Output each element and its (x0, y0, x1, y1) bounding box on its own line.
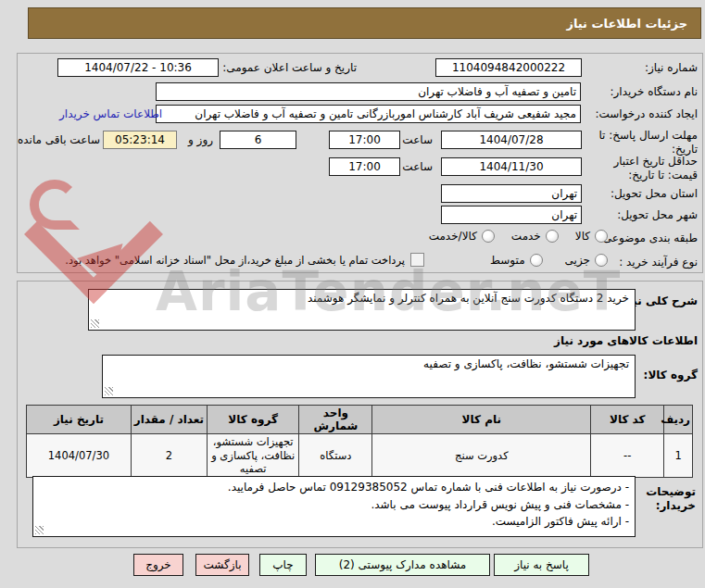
radio-label: کالا (575, 230, 590, 243)
request-creator-field[interactable]: مجید شفیعی شریف آباد کارشناس اموربازرگان… (156, 105, 581, 123)
countdown-timer-field: 05:23:14 (103, 131, 177, 149)
announce-datetime-label: تاریخ و ساعت اعلان عمومی: (222, 61, 357, 75)
goods-section-header: اطلاعات کالاهای مورد نیاز (554, 334, 698, 348)
delivery-city-field[interactable]: تهران (441, 206, 582, 224)
buyer-note-line: - درصورت نیاز به اطلاعات فنی با شماره تم… (39, 479, 629, 496)
radio-option-partial[interactable]: جزیی (565, 254, 608, 267)
buyer-note-line: - ارائه پیش فاکتور الزامیست. (39, 513, 629, 531)
need-description-textarea[interactable]: خرید 2 دستگاه کدورت سنج آنلاین به همراه … (88, 289, 636, 331)
page-title: جزئیات اطلاعات نیاز (28, 7, 701, 39)
treasury-note-label: پرداخت تمام یا بخشی از مبلغ خرید،از محل … (65, 254, 405, 267)
need-number-field[interactable]: 1104094842000222 (435, 58, 582, 77)
radio-icon[interactable] (546, 230, 559, 243)
deadline-hour-label: ساعت (402, 133, 433, 147)
cell-quantity: 2 (131, 434, 207, 478)
validity-date-field[interactable]: 1404/11/30 (441, 157, 582, 176)
buyer-notes-textarea[interactable]: - درصورت نیاز به اطلاعات فنی با شماره تم… (32, 476, 636, 537)
col-header-item-name: نام کالا (372, 406, 591, 434)
request-creator-label: ایجاد کننده درخواست: (595, 107, 698, 121)
resize-grip-icon[interactable] (105, 387, 113, 395)
reply-to-need-button[interactable]: پاسخ به نیاز (494, 554, 589, 576)
buyer-notes-label: توضیحات خریدار: (636, 485, 696, 513)
radio-option-medium[interactable]: متوسط (490, 254, 543, 267)
exit-button[interactable]: خروج (133, 554, 183, 576)
days-and-label: روز و (188, 133, 213, 147)
cell-group: تجهیزات شستشو، نظافت، پاکسازی و تصفیه (207, 434, 298, 478)
resize-grip-icon[interactable] (91, 319, 99, 328)
announce-datetime-field[interactable]: 1404/07/22 - 10:36 (57, 58, 219, 77)
buyer-contact-link[interactable]: اطلاعات تماس خریدار (59, 107, 162, 120)
col-header-item-code: کد کالا (591, 406, 664, 434)
resize-grip-icon[interactable] (35, 526, 44, 534)
goods-table-row: 1 -- کدورت سنج دستگاه تجهیزات شستشو، نظا… (27, 434, 693, 478)
subject-class-options: کالا خدمت کالا/خدمت (387, 230, 608, 243)
col-header-unit: واحد شمارش (299, 406, 372, 434)
radio-label: متوسط (490, 254, 525, 267)
back-button[interactable]: بازگشت (195, 554, 249, 576)
view-attached-docs-button[interactable]: مشاهده مدارک پیوستی (2) (315, 554, 490, 576)
radio-label: کالا/خدمت (429, 230, 477, 243)
cell-item-name: کدورت سنج (372, 434, 591, 478)
radio-icon[interactable] (482, 230, 495, 243)
cell-row-no: 1 (664, 434, 693, 478)
col-header-need-date: تاریخ نیاز (27, 406, 132, 434)
delivery-province-field[interactable]: تهران (441, 184, 582, 203)
delivery-city-label: شهر محل تحویل: (617, 208, 698, 222)
buyer-org-label: نام دستگاه خریدار: (611, 85, 699, 99)
response-deadline-label: مهلت ارسال پاسخ: تا تاریخ: (586, 129, 698, 156)
goods-group-value: تجهیزات شستشو، نظافت، پاکسازی و تصفیه (423, 357, 629, 370)
buyer-org-field[interactable]: تامین و تصفیه آب و فاضلاب تهران (156, 82, 581, 101)
radio-option-goods-service[interactable]: کالا/خدمت (429, 230, 495, 243)
goods-group-textarea[interactable]: تجهیزات شستشو، نظافت، پاکسازی و تصفیه (102, 355, 636, 398)
col-header-row-no: ردیف (664, 406, 693, 434)
process-type-options: جزیی متوسط (485, 254, 608, 267)
delivery-province-label: استان محل تحویل: (611, 187, 698, 201)
need-details-window: جزئیات اطلاعات نیاز شماره نیاز: 11040948… (0, 0, 705, 588)
buyer-note-line: - مشخصات فنی و پیش نویس قرارداد پیوست می… (39, 496, 629, 514)
radio-icon[interactable] (530, 254, 543, 267)
need-number-label: شماره نیاز: (645, 61, 698, 75)
goods-group-label: گروه کالا: (644, 369, 698, 382)
radio-label: جزیی (565, 254, 590, 267)
radio-label: خدمت (511, 230, 541, 243)
radio-icon[interactable] (595, 254, 608, 267)
print-button[interactable]: چاپ (259, 554, 307, 576)
need-description-value: خرید 2 دستگاه کدورت سنج آنلاین به همراه … (308, 292, 629, 305)
subject-class-label: طبقه بندی موضوعی: (599, 231, 698, 245)
treasury-payment-option: پرداخت تمام یا بخشی از مبلغ خرید،از محل … (65, 253, 424, 267)
radio-icon[interactable] (595, 230, 608, 243)
deadline-date-field[interactable]: 1404/07/28 (441, 131, 582, 149)
col-header-group: گروه کالا (207, 406, 298, 434)
cell-item-code: -- (591, 434, 664, 478)
cell-unit: دستگاه (299, 434, 372, 478)
goods-table: ردیف کد کالا نام کالا واحد شمارش گروه کا… (26, 405, 693, 478)
col-header-quantity: تعداد / مقدار (131, 406, 207, 434)
price-validity-label: حداقل تاریخ اعتبار قیمت: تا تاریخ: (586, 155, 698, 182)
deadline-days-field[interactable]: 6 (220, 131, 296, 149)
deadline-time-field[interactable]: 17:00 (329, 131, 400, 149)
validity-time-field[interactable]: 17:00 (329, 157, 400, 176)
radio-option-goods[interactable]: کالا (575, 230, 608, 243)
validity-hour-label: ساعت (402, 160, 433, 174)
cell-need-date: 1404/07/30 (27, 434, 132, 478)
process-type-label: نوع فرآیند خرید : (619, 256, 698, 269)
treasury-checkbox[interactable] (410, 253, 424, 267)
goods-table-header-row: ردیف کد کالا نام کالا واحد شمارش گروه کا… (27, 406, 693, 434)
hours-remaining-label: ساعت باقی مانده (18, 133, 100, 147)
radio-option-service[interactable]: خدمت (511, 230, 559, 243)
